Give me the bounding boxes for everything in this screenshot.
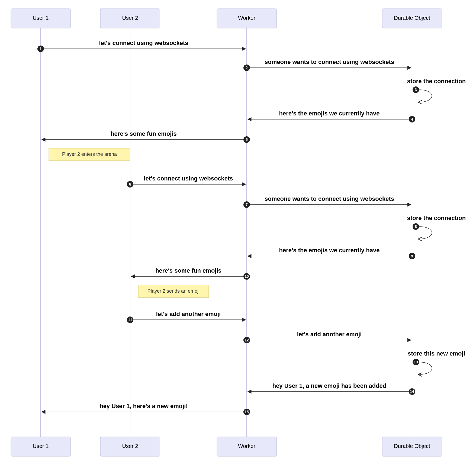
message-6: let's connect using websockets6 xyxy=(127,175,246,188)
message-text: store the connection xyxy=(407,215,466,221)
svg-text:15: 15 xyxy=(245,410,249,414)
message-3: store the connection3 xyxy=(407,78,466,102)
message-4: here's the emojis we currently have4 xyxy=(248,110,415,122)
svg-text:4: 4 xyxy=(411,117,413,121)
svg-text:2: 2 xyxy=(246,66,248,70)
note-text: Player 2 sends an emoji xyxy=(147,288,200,294)
message-5: here's some fun emojis5 xyxy=(42,130,250,143)
svg-text:13: 13 xyxy=(414,360,418,364)
message-15: hey User 1, here's a new emoji!15 xyxy=(42,403,250,415)
actor-worker: Worker xyxy=(217,437,276,456)
message-text: hey User 1, here's a new emoji! xyxy=(99,403,188,409)
message-text: let's add another emoji xyxy=(156,311,221,317)
svg-text:6: 6 xyxy=(129,182,131,186)
actor-label: User 2 xyxy=(122,15,138,21)
message-text: hey User 1, a new emoji has been added xyxy=(272,382,387,389)
message-7: someone wants to connect using websocket… xyxy=(243,195,411,208)
actor-user2: User 2 xyxy=(100,437,160,456)
actor-label: User 2 xyxy=(122,443,138,449)
note-text: Player 2 enters the arena xyxy=(62,151,117,157)
message-13: store this new emoji13 xyxy=(408,350,465,374)
svg-text:8: 8 xyxy=(415,224,417,229)
actor-label: Worker xyxy=(238,443,255,449)
actor-user2: User 2 xyxy=(100,9,160,28)
message-text: here's the emojis we currently have xyxy=(279,110,380,117)
svg-text:7: 7 xyxy=(246,202,248,207)
actor-label: Worker xyxy=(238,15,255,21)
message-11: let's add another emoji11 xyxy=(127,311,246,323)
message-text: store the connection xyxy=(407,78,466,85)
note-1: Player 2 enters the arena xyxy=(49,148,130,161)
message-text: here's some fun emojis xyxy=(111,130,177,137)
sequence-diagram: User 1User 2WorkerDurable ObjectUser 1Us… xyxy=(0,0,476,465)
message-text: let's connect using websockets xyxy=(144,175,233,182)
actor-user1: User 1 xyxy=(11,437,70,456)
message-2: someone wants to connect using websocket… xyxy=(243,59,411,71)
message-1: let's connect using websockets1 xyxy=(37,40,246,52)
message-9: here's the emojis we currently have9 xyxy=(248,247,415,259)
svg-text:12: 12 xyxy=(245,338,249,342)
actor-label: User 1 xyxy=(33,443,49,449)
actor-do: Durable Object xyxy=(382,437,442,456)
svg-text:9: 9 xyxy=(411,254,413,258)
svg-text:5: 5 xyxy=(246,137,248,142)
actor-label: Durable Object xyxy=(394,443,430,449)
svg-text:1: 1 xyxy=(40,47,42,51)
note-2: Player 2 sends an emoji xyxy=(138,285,209,298)
message-12: let's add another emoji12 xyxy=(243,331,411,343)
message-8: store the connection8 xyxy=(407,215,466,239)
message-text: someone wants to connect using websocket… xyxy=(265,195,394,202)
message-text: let's connect using websockets xyxy=(99,40,188,46)
actor-user1: User 1 xyxy=(11,9,70,28)
message-text: here's some fun emojis xyxy=(155,267,221,274)
svg-text:14: 14 xyxy=(410,389,414,394)
actor-label: User 1 xyxy=(33,15,49,21)
svg-text:11: 11 xyxy=(128,318,132,322)
message-text: store this new emoji xyxy=(408,350,465,357)
message-text: here's the emojis we currently have xyxy=(279,247,380,254)
svg-text:3: 3 xyxy=(415,88,417,92)
message-14: hey User 1, a new emoji has been added14 xyxy=(248,382,415,395)
actor-label: Durable Object xyxy=(394,15,430,21)
message-text: let's add another emoji xyxy=(297,331,362,338)
actor-do: Durable Object xyxy=(382,9,442,28)
message-text: someone wants to connect using websocket… xyxy=(265,59,394,65)
actor-worker: Worker xyxy=(217,9,276,28)
message-10: here's some fun emojis10 xyxy=(131,267,250,280)
svg-text:10: 10 xyxy=(245,274,249,279)
